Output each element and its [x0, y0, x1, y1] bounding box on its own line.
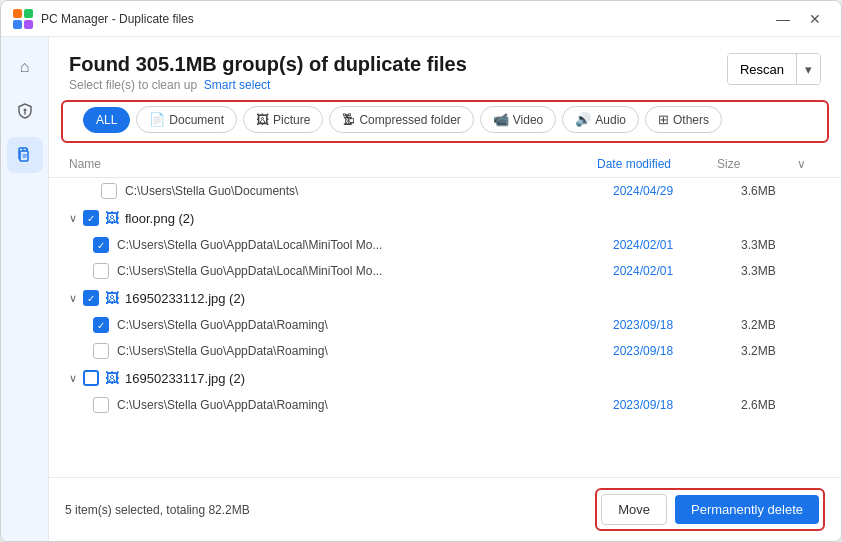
filter-document-label: Document — [169, 113, 224, 127]
filter-compressed[interactable]: 🗜 Compressed folder — [329, 106, 473, 133]
standalone-file-row: C:\Users\Stella Guo\Documents\ 2024/04/2… — [61, 178, 829, 204]
file-row-0-1: C:\Users\Stella Guo\AppData\Local\MiniTo… — [61, 258, 829, 284]
filter-audio-label: Audio — [595, 113, 626, 127]
file-list: C:\Users\Stella Guo\Documents\ 2024/04/2… — [49, 178, 841, 477]
filter-others-label: Others — [673, 113, 709, 127]
group-checkbox-1[interactable]: ✓ — [83, 290, 99, 306]
window-title: PC Manager - Duplicate files — [41, 12, 769, 26]
group-header-2[interactable]: ∨ 🖼 16950233117.jpg (2) — [61, 364, 829, 392]
group-header-1[interactable]: ∨ ✓ 🖼 16950233112.jpg (2) — [61, 284, 829, 312]
svg-rect-0 — [13, 9, 22, 18]
file-checkbox-1-1[interactable] — [93, 343, 109, 359]
minimize-button[interactable]: — — [769, 5, 797, 33]
file-date-1-0: 2023/09/18 — [613, 318, 733, 332]
svg-rect-1 — [24, 9, 33, 18]
group-checkbox-2[interactable] — [83, 370, 99, 386]
page-title: Found 305.1MB group(s) of duplicate file… — [69, 53, 727, 76]
permanently-delete-button[interactable]: Permanently delete — [675, 495, 819, 524]
rescan-dropdown-button[interactable]: ▾ — [797, 54, 820, 84]
document-icon: 📄 — [149, 112, 165, 127]
sidebar-icon-files[interactable] — [7, 137, 43, 173]
header-left: Found 305.1MB group(s) of duplicate file… — [69, 53, 727, 92]
file-row-0-0: ✓ C:\Users\Stella Guo\AppData\Local\Mini… — [61, 232, 829, 258]
file-date-0-1: 2024/02/01 — [613, 264, 733, 278]
compressed-icon: 🗜 — [342, 112, 355, 127]
file-checkbox-0-1[interactable] — [93, 263, 109, 279]
file-size-2-0: 2.6MB — [741, 398, 821, 412]
group-icon-0: 🖼 — [105, 210, 119, 226]
chevron-down-icon: ▾ — [805, 62, 812, 77]
main-content: ⌂ — [1, 37, 841, 541]
file-path-1-1: C:\Users\Stella Guo\AppData\Roaming\ — [117, 344, 605, 358]
filter-audio[interactable]: 🔊 Audio — [562, 106, 639, 133]
group-name-2: 16950233117.jpg (2) — [125, 371, 245, 386]
footer-status: 5 item(s) selected, totaling 82.2MB — [65, 503, 250, 517]
svg-rect-7 — [20, 151, 28, 161]
table-header: Name Date modified Size ∨ — [49, 151, 841, 178]
sidebar-icon-home[interactable]: ⌂ — [7, 49, 43, 85]
content-area: Found 305.1MB group(s) of duplicate file… — [49, 37, 841, 541]
col-header-date: Date modified — [597, 157, 717, 171]
filter-all[interactable]: ALL — [83, 107, 130, 133]
file-date-2-0: 2023/09/18 — [613, 398, 733, 412]
standalone-checkbox[interactable] — [101, 183, 117, 199]
file-size-1-1: 3.2MB — [741, 344, 821, 358]
file-checkbox-0-0[interactable]: ✓ — [93, 237, 109, 253]
sort-icon[interactable]: ∨ — [797, 157, 821, 171]
file-path-0-1: C:\Users\Stella Guo\AppData\Local\MiniTo… — [117, 264, 605, 278]
file-path-2-0: C:\Users\Stella Guo\AppData\Roaming\ — [117, 398, 605, 412]
file-row-2-0: C:\Users\Stella Guo\AppData\Roaming\ 202… — [61, 392, 829, 418]
group-name-1: 16950233112.jpg (2) — [125, 291, 245, 306]
file-checkbox-1-0[interactable]: ✓ — [93, 317, 109, 333]
title-bar: PC Manager - Duplicate files — ✕ — [1, 1, 841, 37]
file-size-0-0: 3.3MB — [741, 238, 821, 252]
col-header-size: Size — [717, 157, 797, 171]
filter-picture-label: Picture — [273, 113, 310, 127]
standalone-file-size: 3.6MB — [741, 184, 821, 198]
group-name-0: floor.png (2) — [125, 211, 194, 226]
window-controls: — ✕ — [769, 5, 829, 33]
subtitle-text: Select file(s) to clean up — [69, 78, 197, 92]
group-checkbox-0[interactable]: ✓ — [83, 210, 99, 226]
picture-icon: 🖼 — [256, 112, 269, 127]
close-button[interactable]: ✕ — [801, 5, 829, 33]
move-button[interactable]: Move — [601, 494, 667, 525]
standalone-file-path: C:\Users\Stella Guo\Documents\ — [125, 184, 605, 198]
svg-rect-3 — [24, 20, 33, 29]
sidebar-icon-shield[interactable] — [7, 93, 43, 129]
svg-rect-2 — [13, 20, 22, 29]
group-header-0[interactable]: ∨ ✓ 🖼 floor.png (2) — [61, 204, 829, 232]
filter-picture[interactable]: 🖼 Picture — [243, 106, 323, 133]
standalone-file-date: 2024/04/29 — [613, 184, 733, 198]
app-logo — [13, 9, 33, 29]
file-row-1-0: ✓ C:\Users\Stella Guo\AppData\Roaming\ 2… — [61, 312, 829, 338]
audio-icon: 🔊 — [575, 112, 591, 127]
file-path-1-0: C:\Users\Stella Guo\AppData\Roaming\ — [117, 318, 605, 332]
col-header-name: Name — [69, 157, 597, 171]
filter-bar: ALL 📄 Document 🖼 Picture 🗜 Compressed fo… — [61, 100, 829, 143]
page-header: Found 305.1MB group(s) of duplicate file… — [49, 37, 841, 100]
group-chevron-1: ∨ — [69, 292, 77, 305]
file-path-0-0: C:\Users\Stella Guo\AppData\Local\MiniTo… — [117, 238, 605, 252]
svg-point-4 — [23, 109, 26, 112]
file-row-1-1: C:\Users\Stella Guo\AppData\Roaming\ 202… — [61, 338, 829, 364]
group-chevron-2: ∨ — [69, 372, 77, 385]
others-icon: ⊞ — [658, 112, 669, 127]
file-date-0-0: 2024/02/01 — [613, 238, 733, 252]
header-subtitle: Select file(s) to clean up Smart select — [69, 78, 727, 92]
main-window: PC Manager - Duplicate files — ✕ ⌂ — [0, 0, 842, 542]
footer-actions: Move Permanently delete — [595, 488, 825, 531]
file-checkbox-2-0[interactable] — [93, 397, 109, 413]
group-chevron-0: ∨ — [69, 212, 77, 225]
smart-select-link[interactable]: Smart select — [204, 78, 271, 92]
sidebar: ⌂ — [1, 37, 49, 541]
file-size-1-0: 3.2MB — [741, 318, 821, 332]
footer: 5 item(s) selected, totaling 82.2MB Move… — [49, 477, 841, 541]
rescan-button[interactable]: Rescan — [728, 54, 797, 84]
filter-video-label: Video — [513, 113, 543, 127]
filter-others[interactable]: ⊞ Others — [645, 106, 722, 133]
group-icon-1: 🖼 — [105, 290, 119, 306]
rescan-button-group: Rescan ▾ — [727, 53, 821, 85]
filter-video[interactable]: 📹 Video — [480, 106, 556, 133]
filter-document[interactable]: 📄 Document — [136, 106, 237, 133]
